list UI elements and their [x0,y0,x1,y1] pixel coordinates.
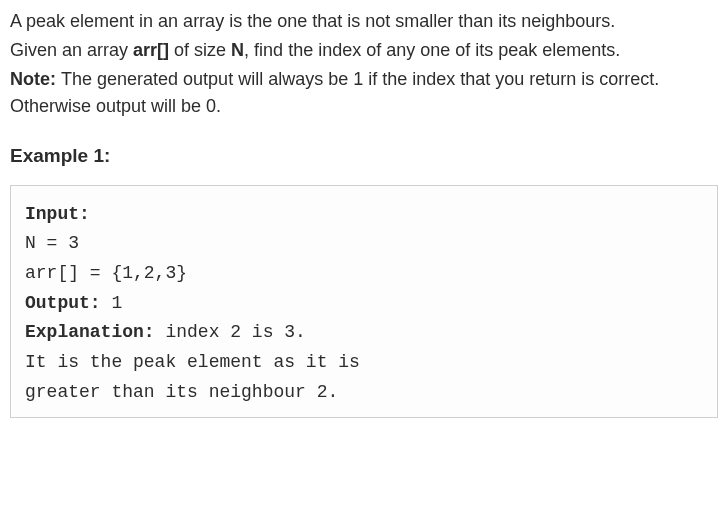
description-para-2: Given an array arr[] of size N, find the… [10,37,718,64]
problem-description: A peak element in an array is the one th… [10,8,718,120]
bold-arr: arr[] [133,40,169,60]
note-label: Note: [10,69,61,89]
bold-n: N [231,40,244,60]
example-code-block: Input: N = 3 arr[] = {1,2,3} Output: 1 E… [10,185,718,419]
explanation-label: Explanation: [25,322,155,342]
input-line-1: N = 3 [25,233,79,253]
description-note: Note: The generated output will always b… [10,66,718,120]
output-label: Output: [25,293,101,313]
description-para-1: A peak element in an array is the one th… [10,8,718,35]
example-heading: Example 1: [10,142,718,171]
input-label: Input: [25,204,90,224]
input-line-2: arr[] = {1,2,3} [25,263,187,283]
note-text: The generated output will always be 1 if… [10,69,659,116]
output-value: 1 [101,293,123,313]
